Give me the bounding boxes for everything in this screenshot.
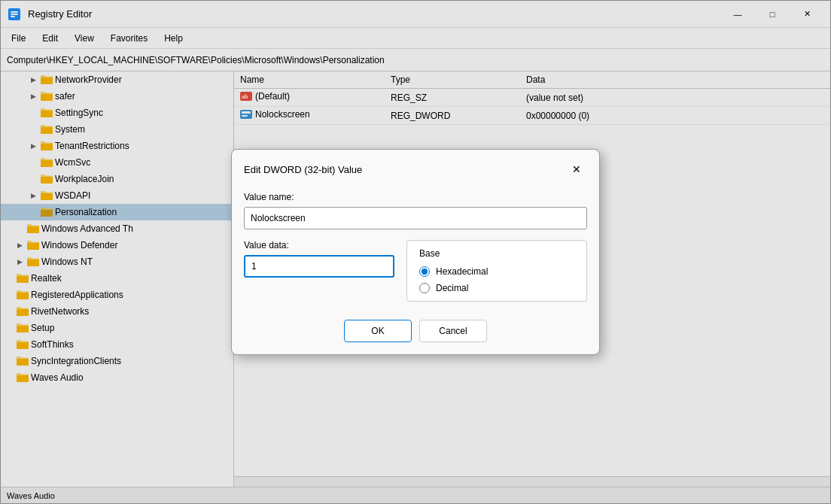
value-data-input[interactable] xyxy=(244,255,394,278)
dialog-close-button[interactable]: ✕ xyxy=(566,159,587,180)
dialog-title-bar: Edit DWORD (32-bit) Value ✕ xyxy=(232,150,599,186)
dialog-buttons: OK Cancel xyxy=(244,317,587,342)
base-group: Base Hexadecimal Decimal xyxy=(406,240,587,302)
radio-hex-label: Hexadecimal xyxy=(436,266,488,277)
dialog-value-row: Value data: Base Hexadecimal Decimal xyxy=(244,240,587,302)
cancel-button[interactable]: Cancel xyxy=(419,320,487,342)
edit-dword-dialog: Edit DWORD (32-bit) Value ✕ Value name: … xyxy=(231,149,600,355)
dialog-body: Value name: Value data: Base Hexadecimal xyxy=(232,186,599,354)
radio-hexadecimal[interactable]: Hexadecimal xyxy=(419,266,574,277)
value-data-label: Value data: xyxy=(244,240,394,250)
radio-dec-label: Decimal xyxy=(436,283,468,293)
base-label: Base xyxy=(419,248,574,259)
value-data-section: Value data: xyxy=(244,240,394,278)
radio-hex-input[interactable] xyxy=(419,266,430,277)
radio-decimal[interactable]: Decimal xyxy=(419,283,574,293)
dialog-overlay: Edit DWORD (32-bit) Value ✕ Value name: … xyxy=(0,0,831,504)
value-name-input[interactable] xyxy=(244,207,587,229)
ok-button[interactable]: OK xyxy=(344,320,412,342)
radio-dec-input[interactable] xyxy=(419,283,430,293)
dialog-title: Edit DWORD (32-bit) Value xyxy=(244,164,362,175)
value-name-label: Value name: xyxy=(244,192,587,202)
